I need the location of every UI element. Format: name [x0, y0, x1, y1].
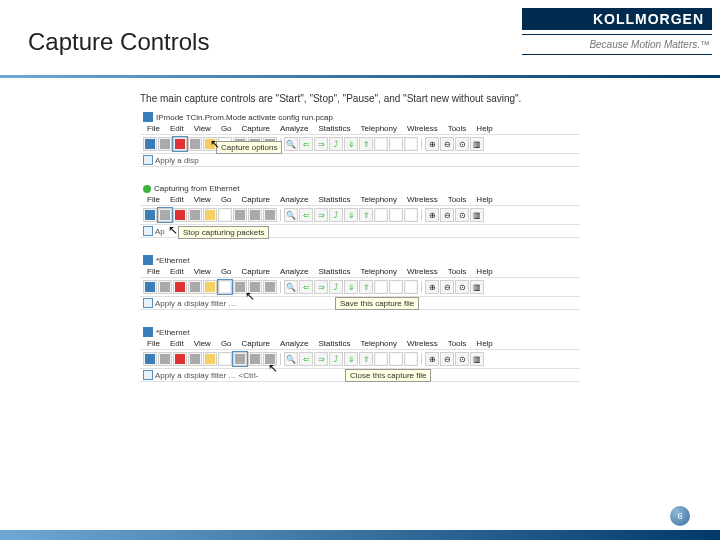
filter-input[interactable]: Ap	[155, 227, 165, 236]
menu-item[interactable]: Statistics	[315, 339, 355, 348]
toolbar-button[interactable]	[173, 280, 187, 294]
toolbar-button[interactable]	[374, 208, 388, 222]
menu-item[interactable]: Go	[217, 339, 236, 348]
menu-item[interactable]: View	[190, 339, 215, 348]
menu-item[interactable]: Wireless	[403, 339, 442, 348]
toolbar-button[interactable]: ⇒	[314, 208, 328, 222]
toolbar-button[interactable]: ⊕	[425, 208, 439, 222]
toolbar-button[interactable]	[218, 352, 232, 366]
toolbar-button[interactable]	[158, 352, 172, 366]
toolbar-button[interactable]: ⇐	[299, 208, 313, 222]
toolbar-button[interactable]: ⇐	[299, 280, 313, 294]
toolbar-button[interactable]	[158, 137, 172, 151]
toolbar-button[interactable]	[233, 352, 247, 366]
menu-item[interactable]: Wireless	[403, 195, 442, 204]
toolbar-button[interactable]: ⇒	[314, 137, 328, 151]
toolbar-button[interactable]	[143, 352, 157, 366]
menu-item[interactable]: View	[190, 195, 215, 204]
toolbar-button[interactable]	[173, 137, 187, 151]
toolbar-button[interactable]: ⇓	[344, 208, 358, 222]
toolbar-button[interactable]	[188, 280, 202, 294]
menu-item[interactable]: View	[190, 267, 215, 276]
toolbar-button[interactable]: ⊙	[455, 352, 469, 366]
menu-item[interactable]: Analyze	[276, 267, 312, 276]
toolbar-button[interactable]	[374, 280, 388, 294]
toolbar-button[interactable]: ⤴	[329, 352, 343, 366]
toolbar-button[interactable]	[389, 280, 403, 294]
menu-item[interactable]: Edit	[166, 124, 188, 133]
toolbar-button[interactable]	[248, 352, 262, 366]
toolbar-button[interactable]: ⤴	[329, 208, 343, 222]
menu-item[interactable]: Capture	[238, 124, 274, 133]
toolbar-button[interactable]	[263, 280, 277, 294]
toolbar-button[interactable]	[188, 352, 202, 366]
toolbar-button[interactable]: ⇐	[299, 352, 313, 366]
toolbar-button[interactable]: 🔍	[284, 352, 298, 366]
toolbar-button[interactable]: ⊙	[455, 280, 469, 294]
toolbar-button[interactable]: ⊙	[455, 137, 469, 151]
menu-item[interactable]: Edit	[166, 339, 188, 348]
toolbar-button[interactable]: ▥	[470, 280, 484, 294]
menu-item[interactable]: Telephony	[357, 195, 401, 204]
filter-bookmark-icon[interactable]	[143, 298, 153, 308]
toolbar-button[interactable]	[404, 137, 418, 151]
menu-item[interactable]: Wireless	[403, 124, 442, 133]
toolbar-button[interactable]: ⊕	[425, 280, 439, 294]
menu-item[interactable]: Analyze	[276, 195, 312, 204]
toolbar-button[interactable]	[203, 280, 217, 294]
toolbar-button[interactable]: ⇑	[359, 352, 373, 366]
toolbar-button[interactable]: ⤴	[329, 137, 343, 151]
menu-item[interactable]: Wireless	[403, 267, 442, 276]
toolbar-button[interactable]: ⊕	[425, 137, 439, 151]
toolbar-button[interactable]: ⊖	[440, 280, 454, 294]
menu-item[interactable]: Tools	[444, 267, 471, 276]
toolbar-button[interactable]: ▥	[470, 352, 484, 366]
toolbar-button[interactable]	[263, 208, 277, 222]
filter-bookmark-icon[interactable]	[143, 226, 153, 236]
toolbar-button[interactable]: 🔍	[284, 280, 298, 294]
toolbar-button[interactable]	[389, 208, 403, 222]
toolbar-button[interactable]: ⊖	[440, 137, 454, 151]
toolbar-button[interactable]	[374, 352, 388, 366]
toolbar-button[interactable]	[218, 208, 232, 222]
toolbar-button[interactable]	[218, 280, 232, 294]
toolbar-button[interactable]: ⤴	[329, 280, 343, 294]
menu-item[interactable]: Edit	[166, 267, 188, 276]
toolbar-button[interactable]	[404, 208, 418, 222]
menu-item[interactable]: Tools	[444, 195, 471, 204]
toolbar-button[interactable]: ▥	[470, 208, 484, 222]
toolbar-button[interactable]	[248, 208, 262, 222]
menu-item[interactable]: File	[143, 195, 164, 204]
toolbar-button[interactable]	[389, 137, 403, 151]
menu-item[interactable]: Capture	[238, 339, 274, 348]
toolbar-button[interactable]: ⊕	[425, 352, 439, 366]
toolbar-button[interactable]: ⊖	[440, 208, 454, 222]
menu-item[interactable]: File	[143, 339, 164, 348]
toolbar-button[interactable]	[188, 208, 202, 222]
filter-input[interactable]: Apply a display filter … <Ctrl-	[155, 371, 258, 380]
filter-bookmark-icon[interactable]	[143, 370, 153, 380]
menu-item[interactable]: Statistics	[315, 124, 355, 133]
menu-item[interactable]: Help	[472, 339, 496, 348]
toolbar-button[interactable]: ⇓	[344, 352, 358, 366]
menu-item[interactable]: Tools	[444, 339, 471, 348]
toolbar-button[interactable]	[188, 137, 202, 151]
toolbar-button[interactable]	[203, 208, 217, 222]
toolbar-button[interactable]	[158, 280, 172, 294]
toolbar-button[interactable]: 🔍	[284, 137, 298, 151]
menu-item[interactable]: File	[143, 267, 164, 276]
menu-item[interactable]: Tools	[444, 124, 471, 133]
toolbar-button[interactable]	[404, 280, 418, 294]
menu-item[interactable]: Analyze	[276, 339, 312, 348]
toolbar-button[interactable]	[158, 208, 172, 222]
filter-input[interactable]: Apply a display filter …	[155, 299, 236, 308]
menu-item[interactable]: Help	[472, 124, 496, 133]
toolbar-button[interactable]: ⇑	[359, 280, 373, 294]
toolbar-button[interactable]	[173, 352, 187, 366]
toolbar-button[interactable]: ⊙	[455, 208, 469, 222]
toolbar-button[interactable]: ⇓	[344, 137, 358, 151]
menu-item[interactable]: Go	[217, 124, 236, 133]
toolbar-button[interactable]: ⊖	[440, 352, 454, 366]
menu-item[interactable]: Statistics	[315, 267, 355, 276]
toolbar-button[interactable]	[233, 208, 247, 222]
